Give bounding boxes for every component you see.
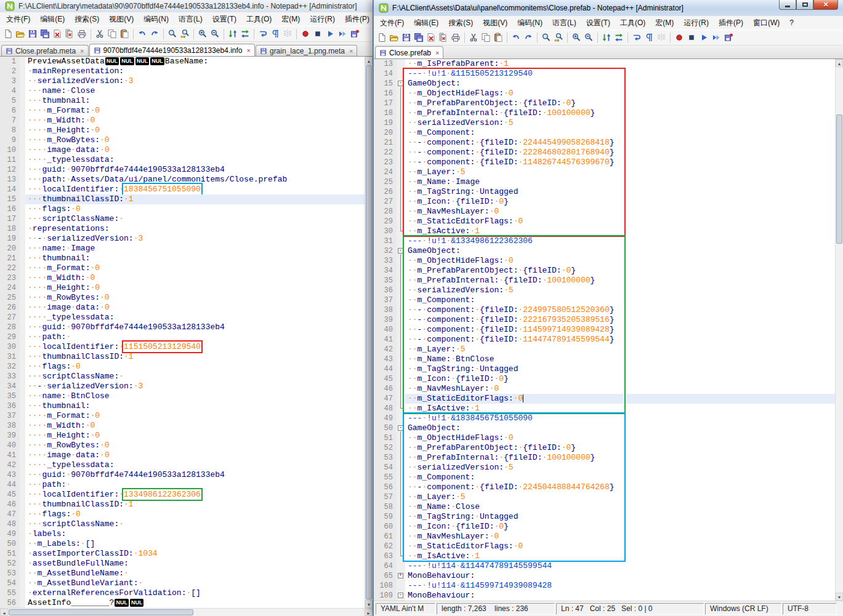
minimize-button[interactable] xyxy=(779,0,796,10)
paste-icon[interactable] xyxy=(493,32,504,43)
editor-line[interactable]: 3··serializedVersion:·3 xyxy=(0,76,373,86)
editor-line[interactable]: 5···thumbnail: xyxy=(0,96,373,106)
editor-line[interactable]: 30··m_IsActive:·1 xyxy=(374,226,843,236)
redo-icon[interactable] xyxy=(523,32,534,43)
editor-line[interactable]: 35··m_PrefabInternal:·{fileID:·100100000… xyxy=(374,276,843,286)
open-icon[interactable] xyxy=(15,28,26,39)
zoom-out-icon[interactable] xyxy=(209,28,220,39)
editor-line[interactable]: 53··m_PrefabInternal:·{fileID:·100100000… xyxy=(374,453,843,463)
tab-close-icon[interactable]: × xyxy=(349,48,353,54)
editor-line[interactable]: 54··serializedVersion:·5 xyxy=(374,463,843,473)
close-all-icon[interactable] xyxy=(64,28,75,39)
editor-line[interactable]: 46···thumbnailClassID:·1 xyxy=(0,500,373,510)
save-icon[interactable] xyxy=(401,32,412,43)
rec-icon[interactable] xyxy=(674,32,685,43)
editor-line[interactable]: 57··m_Layer:·5 xyxy=(374,492,843,502)
find-icon[interactable] xyxy=(167,28,178,39)
maximize-button[interactable] xyxy=(796,0,813,10)
menu-item-6[interactable]: 设置(T) xyxy=(208,12,241,26)
editor-line[interactable]: 38··-·component:·{fileID:·22499758051252… xyxy=(374,305,843,315)
editor-line[interactable]: 52·assetBundleFullName: xyxy=(0,559,373,569)
cut-icon[interactable] xyxy=(468,32,479,43)
editor-line[interactable]: 52··m_PrefabParentObject:·{fileID:·0} xyxy=(374,443,843,453)
sync-h-icon[interactable] xyxy=(240,28,251,39)
editor-line[interactable]: 44···path:· xyxy=(0,480,373,490)
sync-v-icon[interactable] xyxy=(227,28,238,39)
editor-line[interactable]: 37····m_Format:·0 xyxy=(0,411,373,421)
tab-close-icon[interactable]: × xyxy=(80,48,84,54)
editor-line[interactable]: 9····m_RowBytes:·0 xyxy=(0,135,373,145)
menu-item-7[interactable]: 工具(O) xyxy=(241,12,276,26)
editor-line[interactable]: 14···localIdentifier:·1838456751055090 xyxy=(0,185,373,194)
save-macro-icon[interactable] xyxy=(349,28,360,39)
editor-line[interactable]: 31···thumbnailClassID:·1 xyxy=(0,352,373,362)
editor-line[interactable]: 45···localIdentifier:·1334986122362306 xyxy=(0,490,373,500)
menu-item-0[interactable]: 文件(F) xyxy=(1,12,35,26)
editor-line[interactable]: 12···guid:·9070bffdf4e7444e190533a128133… xyxy=(0,165,373,175)
play-multi-icon[interactable] xyxy=(711,32,722,43)
sync-h-icon[interactable] xyxy=(613,32,624,43)
sync-v-icon[interactable] xyxy=(601,32,612,43)
scroll-left-arrow[interactable]: ◄ xyxy=(0,609,8,616)
menu-item-9[interactable]: 运行(R) xyxy=(679,16,714,30)
editor-line[interactable]: 11····_typelessdata: xyxy=(0,155,373,165)
editor-line[interactable]: 36··serializedVersion:·5 xyxy=(374,286,843,295)
menu-item-2[interactable]: 搜索(S) xyxy=(70,12,104,26)
left-title-bar[interactable]: F:\ALClient\Library\metadata\90\9070bffd… xyxy=(0,0,373,12)
editor-line[interactable]: 63··m_IsActive:·1 xyxy=(374,551,843,561)
editor-line[interactable]: 39····m_Height:·0 xyxy=(0,431,373,441)
menu-item-10[interactable]: 插件(P) xyxy=(340,12,373,26)
editor-line[interactable]: 56AssetInfo________?NULNUL xyxy=(0,598,373,608)
editor-line[interactable]: 109-MonoBehaviour: xyxy=(374,591,843,601)
undo-icon[interactable] xyxy=(510,32,522,43)
editor-line[interactable]: 28··m_NavMeshLayer:·0 xyxy=(374,207,843,217)
show-all-icon[interactable] xyxy=(270,28,281,39)
editor-line[interactable]: 47··m_StaticEditorFlags:·0 xyxy=(374,394,843,404)
editor-line[interactable]: 18·representations: xyxy=(0,224,373,234)
fold-marker-open[interactable]: - xyxy=(398,81,403,86)
editor-line[interactable]: 34··-·serializedVersion:·3 xyxy=(0,382,373,391)
menu-item-10[interactable]: 插件(P) xyxy=(714,16,748,30)
editor-line[interactable]: 55·externalReferencesForValidation:·[] xyxy=(0,588,373,598)
menu-item-0[interactable]: 文件(F) xyxy=(375,16,409,30)
editor-line[interactable]: 29···path:· xyxy=(0,332,373,342)
editor-line[interactable]: 30···localIdentifier:·1151505213129540 xyxy=(0,342,373,352)
editor-line[interactable]: 40··-·component:·{fileID:·11459971493908… xyxy=(374,325,843,335)
editor-line[interactable]: 38····m_Width:·0 xyxy=(0,421,373,431)
editor-line[interactable]: 18··m_PrefabInternal:·{fileID:·100100000… xyxy=(374,108,843,118)
editor-line[interactable]: 19··serializedVersion:·5 xyxy=(374,118,843,128)
menu-item-4[interactable]: 编码(N) xyxy=(512,16,547,30)
editor-line[interactable]: 31---·!u!1·&1334986122362306 xyxy=(374,236,843,246)
editor-line[interactable]: 32···flags:·0 xyxy=(0,362,373,372)
menu-item-5[interactable]: 语言(L) xyxy=(547,16,581,30)
menu-item-6[interactable]: 设置(T) xyxy=(581,16,615,30)
editor-line[interactable]: 50-GameObject: xyxy=(374,423,843,433)
play-icon[interactable] xyxy=(698,32,709,43)
editor-line[interactable]: 39··-·component:·{fileID:·22216793520538… xyxy=(374,315,843,325)
editor-line[interactable]: 23··-·component:·{fileID:·11482674457639… xyxy=(374,158,843,167)
editor-line[interactable]: 42··m_Layer:·5 xyxy=(374,345,843,354)
tab-1[interactable]: 9070bffdf4e7444e190533a128133eb4.info× xyxy=(89,44,255,57)
scrollbar-thumb[interactable] xyxy=(9,609,193,615)
editor-line[interactable]: 26····image·data:·0 xyxy=(0,303,373,313)
editor-line[interactable]: 23····m_Width:·0 xyxy=(0,273,373,283)
menu-item-7[interactable]: 工具(O) xyxy=(615,16,650,30)
editor-line[interactable]: 19··-·serializedVersion:·3 xyxy=(0,234,373,244)
tab-0[interactable]: Close.prefab× xyxy=(375,46,443,59)
editor-line[interactable]: 48···scriptClassName:· xyxy=(0,519,373,529)
close-icon[interactable] xyxy=(426,32,437,43)
editor-line[interactable]: 46··m_NavMeshLayer:·0 xyxy=(374,384,843,394)
editor-line[interactable]: 17··m_PrefabParentObject:·{fileID:·0} xyxy=(374,98,843,108)
editor-line[interactable]: 32-GameObject: xyxy=(374,246,843,256)
editor-line[interactable]: 40····m_RowBytes:·0 xyxy=(0,441,373,450)
left-editor[interactable]: 1PreviewAssetDataNULNULNULNULBaseName:2·… xyxy=(0,57,373,608)
editor-line[interactable]: 49---·!u!1·&1838456751055090 xyxy=(374,414,843,423)
menu-item-4[interactable]: 编码(N) xyxy=(139,12,174,26)
zoom-in-icon[interactable] xyxy=(571,32,582,43)
editor-line[interactable]: 45··m_Icon:·{fileID:·0} xyxy=(374,374,843,384)
editor-line[interactable]: 14---·!u!1·&1151505213129540 xyxy=(374,69,843,79)
save-icon[interactable] xyxy=(27,28,38,39)
editor-line[interactable]: 33···scriptClassName:· xyxy=(0,372,373,382)
open-icon[interactable] xyxy=(389,32,400,43)
tab-close-icon[interactable]: × xyxy=(435,50,439,56)
